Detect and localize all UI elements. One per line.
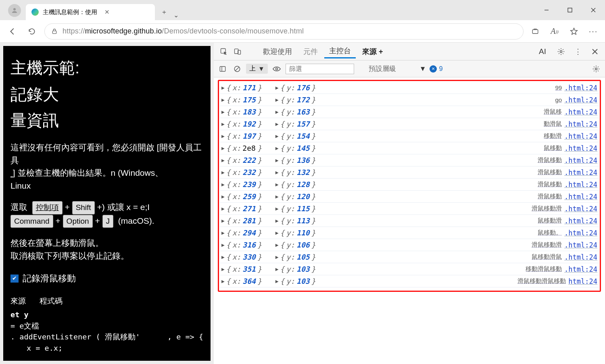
new-tab-button[interactable]: ＋ [157,5,171,19]
expand-icon[interactable]: ▶ [275,193,279,200]
log-object-x[interactable]: ▶{x: 171} [221,83,262,92]
console-log-row[interactable]: ▶{x: 239}▶{y: 128}滑鼠移動.html:24 [220,179,599,191]
expand-icon[interactable]: ▶ [221,169,225,175]
log-object-x[interactable]: ▶{x: 281} [221,216,262,225]
console-log-row[interactable]: ▶{x: 183}▶{y: 163}滑鼠移.html:24 [220,106,599,118]
log-object-x[interactable]: ▶{x: 232} [221,168,262,177]
app-icon[interactable] [529,25,541,37]
close-devtools-icon[interactable] [589,46,601,58]
console-log-row[interactable]: ▶{x: 271}▶{y: 115}滑鼠移動滑.html:24 [220,203,599,215]
expand-icon[interactable]: ▶ [275,85,279,91]
minimize-button[interactable] [535,0,558,20]
log-object-x[interactable]: ▶{x: 197} [221,132,262,140]
log-object-x[interactable]: ▶{x: 351} [221,265,262,273]
expand-icon[interactable]: ▶ [221,145,225,151]
log-object-y[interactable]: ▶{y: 157} [275,120,316,128]
source-link[interactable]: .html:24 [564,84,597,92]
source-link[interactable]: .html:24 [564,144,597,152]
log-object-y[interactable]: ▶{y: 163} [275,108,316,116]
log-object-y[interactable]: ▶{y: 106} [275,241,316,249]
expand-icon[interactable]: ▶ [275,242,279,248]
source-link[interactable]: .html:24 [564,181,597,189]
tab-sources[interactable]: 來源 + [357,45,388,58]
log-object-y[interactable]: ▶{y: 115} [275,204,316,213]
console-log-row[interactable]: ▶{x: 330}▶{y: 105}鼠移動滑鼠.html:24 [220,251,599,263]
log-object-y[interactable]: ▶{y: 113} [275,216,316,225]
source-link[interactable]: .html:24 [564,132,597,140]
address-bar[interactable]: https://microsoftedge.github.io/Demos/de… [44,23,524,40]
back-button[interactable] [6,25,19,38]
log-object-y[interactable]: ▶{y: 128} [275,180,316,189]
log-object-x[interactable]: ▶{x: 2e8} [221,144,262,152]
expand-icon[interactable]: ▶ [275,206,279,212]
log-object-x[interactable]: ▶{x: 192} [221,120,262,128]
log-object-x[interactable]: ▶{x: 316} [221,241,262,249]
expand-icon[interactable]: ▶ [275,230,279,236]
console-settings-gear-icon[interactable] [590,63,602,75]
checkbox-row[interactable]: ✔ 記錄滑鼠移動 [10,272,203,285]
expand-icon[interactable]: ▶ [221,157,225,163]
source-link[interactable]: .html:24 [564,241,597,249]
console-log-row[interactable]: ▶{x: 351}▶{y: 103}移動滑鼠移動.html:24 [220,263,599,275]
favorite-icon[interactable] [568,25,580,37]
expand-icon[interactable]: ▶ [221,133,225,139]
expand-icon[interactable]: ▶ [275,218,279,224]
context-select[interactable]: 上 ▼ [246,64,268,74]
device-toggle-icon[interactable] [232,46,244,58]
source-link[interactable]: .html:24 [564,156,597,164]
expand-icon[interactable]: ▶ [221,278,225,284]
expand-icon[interactable]: ▶ [221,254,225,260]
log-object-x[interactable]: ▶{x: 175} [221,96,262,104]
expand-icon[interactable]: ▶ [221,85,225,91]
log-object-y[interactable]: ▶{y: 154} [275,132,316,140]
message-count[interactable]: ✕ 9 [430,65,443,73]
expand-icon[interactable]: ▶ [221,109,225,115]
expand-icon[interactable]: ▶ [221,230,225,236]
tab-close-icon[interactable]: ✕ [104,8,110,16]
log-object-x[interactable]: ▶{x: 364} [221,277,262,285]
refresh-button[interactable] [25,25,39,38]
source-link[interactable]: .html:24 [564,217,597,225]
level-dropdown[interactable]: 預設層級 ▼ [369,64,426,73]
console-log-row[interactable]: ▶{x: 259}▶{y: 120}滑鼠移動.html:24 [220,191,599,203]
source-link[interactable]: .html:24 [564,265,597,273]
expand-icon[interactable]: ▶ [221,121,225,127]
more-icon[interactable]: ··· [587,25,599,37]
tab-ai[interactable]: AI [535,46,550,57]
expand-icon[interactable]: ▶ [221,242,225,248]
console-body[interactable]: ▶{x: 171}▶{y: 176}99.html:24▶{x: 175}▶{y… [214,77,605,364]
clear-console-icon[interactable] [232,63,243,75]
expand-icon[interactable]: ▶ [221,266,225,272]
browser-tab[interactable]: 主機訊息範例：使用 ✕ [26,4,155,20]
maximize-button[interactable] [558,0,582,20]
tab-dropdown-icon[interactable]: ⌄ [171,11,181,19]
expand-icon[interactable]: ▶ [275,157,279,163]
expand-icon[interactable]: ▶ [221,206,225,212]
source-link[interactable]: .html:24 [564,253,597,261]
console-log-row[interactable]: ▶{x: 197}▶{y: 154}移動滑.html:24 [220,130,599,142]
expand-icon[interactable]: ▶ [275,278,279,284]
log-object-x[interactable]: ▶{x: 330} [221,253,262,261]
log-object-y[interactable]: ▶{y: 136} [275,156,316,164]
log-object-y[interactable]: ▶{y: 105} [275,253,316,261]
console-log-row[interactable]: ▶{x: 232}▶{y: 132}滑鼠移動.html:24 [220,166,599,179]
log-object-y[interactable]: ▶{y: 103} [275,265,316,273]
expand-icon[interactable]: ▶ [221,218,225,224]
log-object-x[interactable]: ▶{x: 239} [221,180,262,189]
log-object-y[interactable]: ▶{y: 103} [275,277,316,285]
console-log-row[interactable]: ▶{x: 171}▶{y: 176}99.html:24 [220,82,599,94]
console-log-row[interactable]: ▶{x: 316}▶{y: 106}滑鼠移動滑.html:24 [220,239,599,251]
console-log-row[interactable]: ▶{x: 175}▶{y: 172}go.html:24 [220,94,599,106]
log-object-y[interactable]: ▶{y: 145} [275,144,316,152]
log-object-x[interactable]: ▶{x: 183} [221,108,262,116]
read-aloud-icon[interactable]: A)) [549,25,561,37]
log-object-x[interactable]: ▶{x: 271} [221,204,262,213]
log-object-y[interactable]: ▶{y: 110} [275,229,316,237]
profile-icon[interactable] [8,4,21,17]
source-link[interactable]: .html:24 [564,120,597,128]
console-log-row[interactable]: ▶{x: 364}▶{y: 103}滑鼠移動滑鼠移動html:24 [220,275,599,287]
expand-icon[interactable]: ▶ [221,97,225,103]
expand-icon[interactable]: ▶ [275,181,279,187]
inspect-icon[interactable] [218,46,230,58]
filter-input[interactable] [286,64,354,74]
